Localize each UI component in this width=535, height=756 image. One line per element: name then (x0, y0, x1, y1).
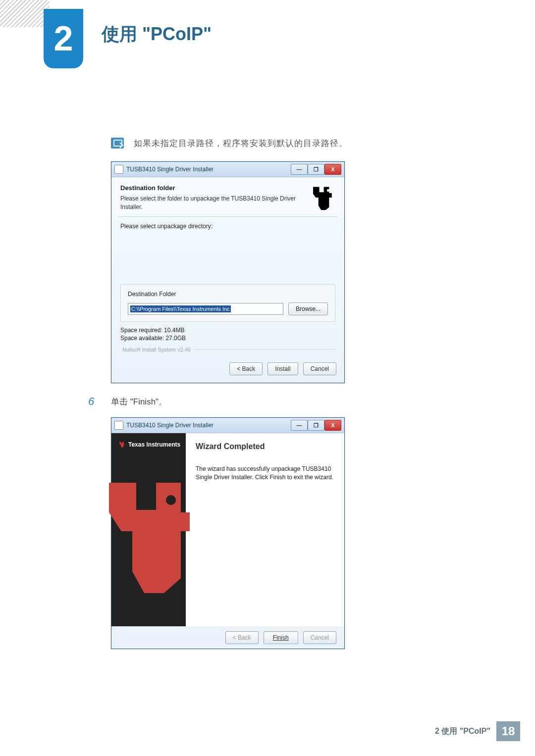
note-text: 如果未指定目录路径，程序将安装到默认的目录路径。 (134, 138, 348, 149)
minimize-button[interactable]: — (291, 164, 308, 175)
titlebar: TUSB3410 Single Driver Installer — ❐ X (111, 418, 344, 433)
ti-logo-large-icon (107, 473, 191, 602)
ti-logo-icon (309, 184, 335, 211)
destination-path-value: C:\\Program Files\\Texas Instruments Inc (130, 305, 231, 312)
wizard-completed-heading: Wizard Completed (196, 442, 334, 451)
maximize-button[interactable]: ❐ (308, 420, 324, 431)
note-icon (111, 138, 124, 149)
app-icon (114, 421, 123, 430)
ti-brand-label: Texas Instruments (118, 441, 180, 448)
svg-point-1 (166, 495, 176, 505)
space-available: Space available: 27.0GB (120, 335, 335, 342)
chapter-title: 使用 "PCoIP" (102, 22, 212, 47)
app-icon (114, 165, 123, 174)
window-title: TUSB3410 Single Driver Installer (126, 422, 214, 429)
install-button[interactable]: Install (268, 362, 298, 375)
browse-button[interactable]: Browse... (288, 302, 328, 315)
cancel-button: Cancel (303, 631, 336, 644)
section-subheading: Please select the folder to unpackage th… (120, 195, 304, 211)
page-decoration-stripes (0, 0, 50, 27)
wizard-completed-desc: The wizard has successfully unpackage TU… (196, 465, 334, 482)
finish-button[interactable]: Finish (264, 631, 298, 644)
installer-window-completed: TUSB3410 Single Driver Installer — ❐ X T… (111, 417, 345, 649)
minimize-button[interactable]: — (291, 420, 308, 431)
maximize-button[interactable]: ❐ (308, 164, 324, 175)
window-title: TUSB3410 Single Driver Installer (126, 166, 214, 173)
section-heading: Destination folder (120, 184, 304, 192)
prompt-label: Please select unpackage directory: (120, 223, 335, 230)
nullsoft-label: Nullsoft Install System v2.46 (122, 347, 335, 353)
cancel-button[interactable]: Cancel (303, 362, 336, 375)
space-required: Space required: 10.4MB (120, 327, 335, 334)
chapter-badge: 2 (44, 9, 83, 68)
footer-chapter-text: 2 使用 "PCoIP" (435, 726, 490, 737)
back-button: < Back (225, 631, 259, 644)
chapter-number: 2 (54, 19, 73, 58)
destination-folder-label: Destination Folder (128, 291, 328, 298)
step-6-text: 单击 "Finish"。 (111, 396, 167, 407)
destination-path-input[interactable]: C:\\Program Files\\Texas Instruments Inc (128, 303, 283, 315)
titlebar: TUSB3410 Single Driver Installer — ❐ X (111, 162, 344, 177)
svg-point-0 (327, 189, 329, 192)
back-button[interactable]: < Back (229, 362, 263, 375)
step-number-6: 6 (88, 395, 94, 408)
wizard-sidebar: Texas Instruments (111, 433, 186, 626)
close-button[interactable]: X (324, 164, 341, 175)
installer-window-destination: TUSB3410 Single Driver Installer — ❐ X D… (111, 161, 345, 383)
page-number: 18 (496, 721, 520, 741)
page-footer: 2 使用 "PCoIP" 18 (435, 721, 520, 741)
close-button[interactable]: X (324, 420, 341, 431)
